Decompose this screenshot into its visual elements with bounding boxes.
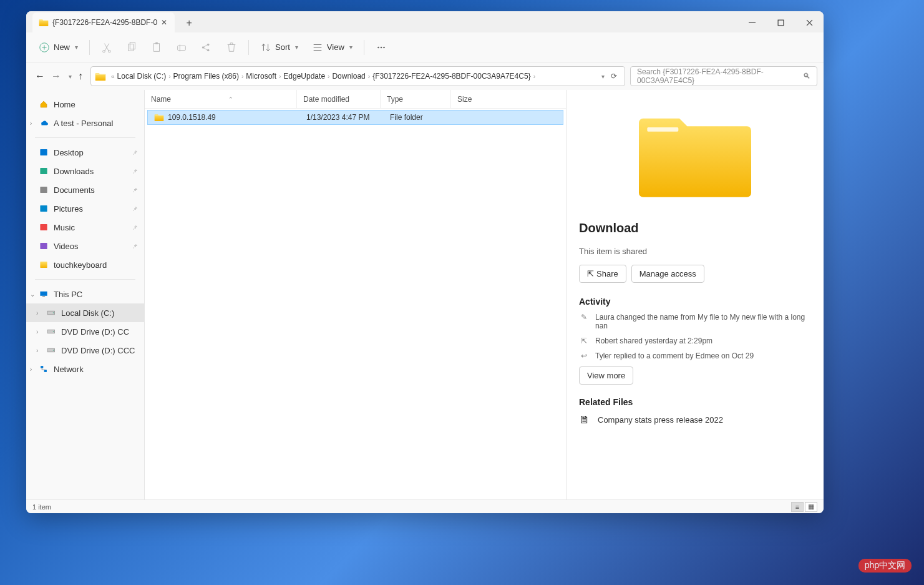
sidebar-quick-pictures[interactable]: Pictures📌︎ [26, 199, 144, 218]
svg-rect-1 [778, 20, 784, 26]
sidebar-quick-downloads[interactable]: Downloads📌︎ [26, 162, 144, 180]
tab-current[interactable]: {F3017226-FE2A-4295-8BDF-0 ✕ [32, 12, 175, 32]
network-icon [39, 365, 49, 373]
crumb-segment[interactable]: {F3017226-FE2A-4295-8BDF-00C3A9A7E4C5} [372, 72, 531, 81]
search-input[interactable]: Search {F3017226-FE2A-4295-8BDF-00C3A9A7… [630, 66, 817, 86]
separator [89, 40, 90, 55]
rename-icon: ✎ [579, 313, 589, 322]
share-button[interactable]: ⇱Share [579, 265, 626, 283]
details-title: Download [579, 221, 811, 235]
related-name: Company stats press release 2022 [598, 415, 723, 425]
recent-dropdown[interactable]: ▾ [69, 73, 72, 80]
col-name[interactable]: Name⌃ [145, 90, 297, 108]
view-button[interactable]: View ▾ [307, 38, 357, 57]
more-button[interactable] [371, 38, 392, 57]
sidebar-home[interactable]: Home [26, 95, 144, 114]
back-button[interactable]: ← [35, 71, 45, 82]
crumb-segment[interactable]: EdgeUpdate [283, 72, 325, 81]
btn-label: View more [587, 371, 625, 380]
col-size[interactable]: Size [451, 90, 495, 108]
sidebar-label: Home [54, 100, 75, 109]
plus-circle-icon [39, 42, 50, 53]
paste-button[interactable] [146, 38, 167, 57]
col-date[interactable]: Date modified [297, 90, 381, 108]
file-row[interactable]: 109.0.1518.49 1/13/2023 4:47 PM File fol… [147, 110, 563, 125]
cut-button[interactable] [96, 38, 117, 57]
rename-button[interactable] [171, 38, 192, 57]
sidebar-label: DVD Drive (D:) CC [61, 327, 129, 337]
crumb-chevron: › [239, 73, 246, 80]
chevron-down-icon: ▾ [75, 44, 78, 51]
sidebar-quick-touchkeyboard[interactable]: touchkeyboard [26, 255, 144, 274]
chevron-down-icon[interactable]: ▾ [601, 73, 605, 80]
svg-rect-41 [647, 127, 678, 132]
manage-access-button[interactable]: Manage access [631, 265, 704, 283]
svg-rect-10 [130, 42, 135, 49]
sidebar-drive[interactable]: ›Local Disk (C:) [26, 303, 144, 322]
expand-icon[interactable]: › [30, 120, 32, 127]
expand-icon[interactable]: › [36, 328, 38, 335]
sidebar-label: DVD Drive (D:) CCC [61, 346, 135, 355]
up-button[interactable]: ↑ [78, 71, 83, 82]
copy-button[interactable] [121, 38, 142, 57]
forward-button[interactable]: → [51, 71, 61, 82]
svg-rect-12 [155, 42, 158, 44]
svg-rect-28 [40, 224, 47, 230]
close-button[interactable] [795, 12, 824, 32]
crumb-segment[interactable]: Local Disk (C:) [117, 72, 167, 81]
sidebar-drive[interactable]: ›DVD Drive (D:) CC [26, 322, 144, 341]
home-icon [39, 100, 49, 109]
sidebar-quick-videos[interactable]: Videos📌︎ [26, 237, 144, 255]
expand-icon[interactable]: › [30, 366, 32, 373]
tab-title: {F3017226-FE2A-4295-8BDF-0 [52, 18, 157, 27]
sort-label: Sort [275, 42, 290, 52]
maximize-button[interactable] [766, 12, 795, 32]
sidebar-quick-documents[interactable]: Documents📌︎ [26, 180, 144, 199]
expand-icon[interactable]: ⌄ [30, 291, 35, 298]
details-pane: Download This item is shared ⇱Share Mana… [566, 90, 824, 499]
search-placeholder: Search {F3017226-FE2A-4295-8BDF-00C3A9A7… [637, 67, 803, 85]
icons-view-button[interactable]: ▦ [805, 502, 817, 512]
svg-rect-26 [40, 187, 47, 193]
activity-item: ↩Tyler replied to a comment by Edmee on … [579, 351, 811, 360]
share-icon: ⇱ [579, 337, 589, 345]
share-icon: ⇱ [587, 269, 594, 278]
sidebar-quick-music[interactable]: Music📌︎ [26, 218, 144, 237]
sidebar-label: Local Disk (C:) [61, 308, 114, 318]
doc-icon: 🗎 [579, 413, 590, 426]
sidebar-drive[interactable]: ›DVD Drive (D:) CCC [26, 341, 144, 360]
svg-rect-24 [40, 149, 47, 155]
expand-icon[interactable]: › [36, 347, 38, 354]
sidebar-label: A test - Personal [54, 119, 113, 128]
minimize-button[interactable] [737, 12, 766, 32]
new-button[interactable]: New ▾ [34, 38, 83, 57]
breadcrumb[interactable]: « Local Disk (C:)›Program Files (x86)›Mi… [90, 66, 625, 86]
col-type[interactable]: Type [381, 90, 451, 108]
expand-icon[interactable]: › [36, 310, 38, 317]
sidebar-label: Documents [54, 185, 95, 195]
sidebar-network[interactable]: ›Network [26, 360, 144, 378]
svg-rect-11 [154, 43, 160, 51]
crumb-segment[interactable]: Download [332, 72, 365, 81]
details-view-button[interactable]: ≡ [791, 502, 804, 512]
close-tab-icon[interactable]: ✕ [161, 18, 167, 27]
sidebar-onedrive[interactable]: ›A test - Personal [26, 114, 144, 132]
file-explorer-window: {F3017226-FE2A-4295-8BDF-0 ✕ + New ▾ Sor… [26, 11, 824, 513]
separator [35, 279, 135, 280]
view-more-button[interactable]: View more [579, 366, 633, 385]
add-tab-button[interactable]: + [180, 14, 198, 32]
downloads-icon [39, 167, 49, 175]
delete-button[interactable] [221, 38, 242, 57]
share-icon [201, 42, 212, 53]
sidebar-quick-desktop[interactable]: Desktop📌︎ [26, 143, 144, 162]
paste-icon [151, 42, 162, 53]
related-file[interactable]: 🗎Company stats press release 2022 [579, 413, 811, 426]
toolbar: New ▾ Sort ▾ View ▾ [26, 32, 824, 62]
sort-button[interactable]: Sort ▾ [255, 38, 303, 57]
refresh-button[interactable]: ⟳ [611, 72, 617, 81]
crumb-segment[interactable]: Microsoft [246, 72, 276, 81]
sidebar-thispc[interactable]: ⌄This PC [26, 285, 144, 303]
share-button[interactable] [196, 38, 217, 57]
crumb-segment[interactable]: Program Files (x86) [173, 72, 239, 81]
svg-point-34 [53, 312, 54, 313]
